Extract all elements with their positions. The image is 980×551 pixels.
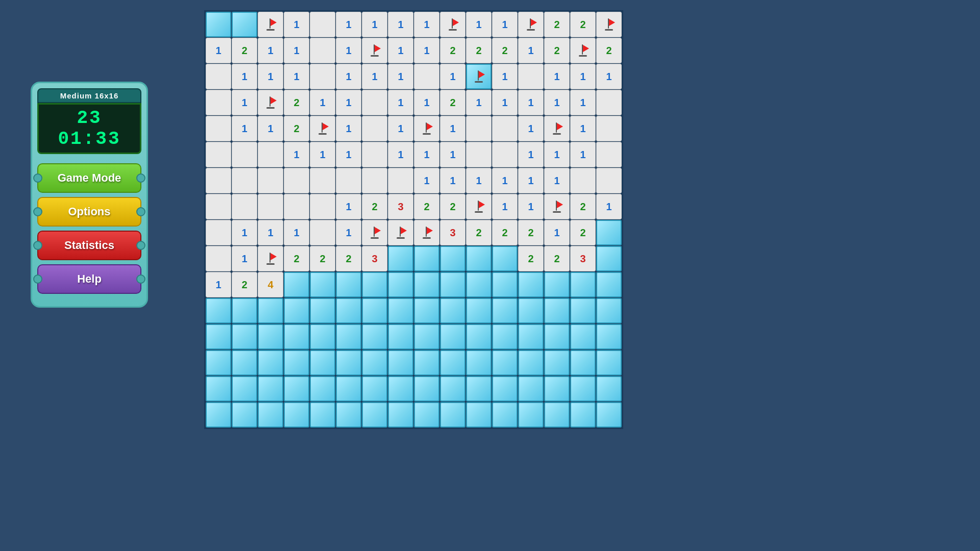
cell[interactable] xyxy=(544,402,570,428)
cell[interactable] xyxy=(232,142,257,167)
cell[interactable]: 1 xyxy=(414,168,439,193)
cell[interactable] xyxy=(206,376,231,402)
cell[interactable] xyxy=(258,402,283,428)
cell[interactable] xyxy=(336,168,361,193)
cell[interactable] xyxy=(284,194,309,219)
cell[interactable] xyxy=(596,116,622,141)
cell[interactable] xyxy=(518,64,544,89)
cell[interactable]: 1 xyxy=(596,194,622,219)
cell[interactable] xyxy=(544,298,570,323)
cell[interactable]: 2 xyxy=(232,272,257,297)
cell[interactable]: 1 xyxy=(232,220,257,245)
cell[interactable] xyxy=(258,246,283,271)
cell[interactable] xyxy=(492,376,518,402)
cell[interactable] xyxy=(596,324,622,349)
cell[interactable] xyxy=(258,168,283,193)
game-mode-button[interactable]: Game Mode xyxy=(37,163,141,193)
cell[interactable]: 1 xyxy=(492,194,518,219)
cell[interactable]: 2 xyxy=(518,220,544,245)
cell[interactable] xyxy=(284,350,309,375)
cell[interactable] xyxy=(570,324,596,349)
cell[interactable]: 2 xyxy=(544,12,570,37)
cell[interactable]: 1 xyxy=(518,194,544,219)
cell[interactable] xyxy=(388,272,413,297)
cell[interactable] xyxy=(544,116,570,141)
cell[interactable]: 1 xyxy=(414,90,439,115)
cell[interactable] xyxy=(258,298,283,323)
cell[interactable] xyxy=(518,350,544,375)
cell[interactable] xyxy=(570,402,596,428)
cell[interactable]: 1 xyxy=(232,116,257,141)
cell[interactable] xyxy=(440,298,465,323)
cell[interactable] xyxy=(362,142,387,167)
cell[interactable] xyxy=(466,142,492,167)
cell[interactable]: 1 xyxy=(258,64,283,89)
cell[interactable] xyxy=(596,246,622,271)
cell[interactable] xyxy=(440,402,465,428)
cell[interactable]: 1 xyxy=(284,220,309,245)
cell[interactable] xyxy=(440,246,465,271)
cell[interactable] xyxy=(206,168,231,193)
cell[interactable]: 1 xyxy=(284,38,309,63)
cell[interactable]: 1 xyxy=(284,64,309,89)
cell[interactable] xyxy=(414,116,439,141)
cell[interactable]: 1 xyxy=(466,90,492,115)
cell[interactable] xyxy=(570,168,596,193)
cell[interactable] xyxy=(570,350,596,375)
cell[interactable] xyxy=(388,324,413,349)
cell[interactable] xyxy=(414,402,439,428)
cell[interactable] xyxy=(206,298,231,323)
cell[interactable] xyxy=(596,90,622,115)
cell[interactable] xyxy=(596,12,622,37)
cell[interactable] xyxy=(362,350,387,375)
cell[interactable] xyxy=(466,246,492,271)
cell[interactable] xyxy=(414,272,439,297)
cell[interactable] xyxy=(518,402,544,428)
cell[interactable]: 2 xyxy=(492,38,518,63)
cell[interactable] xyxy=(492,402,518,428)
cell[interactable]: 3 xyxy=(362,246,387,271)
cell[interactable]: 1 xyxy=(362,64,387,89)
cell[interactable] xyxy=(466,116,492,141)
cell[interactable] xyxy=(492,272,518,297)
cell[interactable] xyxy=(284,324,309,349)
cell[interactable]: 1 xyxy=(492,64,518,89)
cell[interactable] xyxy=(258,194,283,219)
cell[interactable]: 1 xyxy=(492,168,518,193)
cell[interactable]: 2 xyxy=(570,194,596,219)
cell[interactable] xyxy=(544,324,570,349)
cell[interactable] xyxy=(544,376,570,402)
cell[interactable]: 1 xyxy=(258,220,283,245)
cell[interactable] xyxy=(466,64,492,89)
cell[interactable] xyxy=(362,376,387,402)
cell[interactable] xyxy=(232,12,257,37)
cell[interactable] xyxy=(258,350,283,375)
cell[interactable]: 2 xyxy=(232,38,257,63)
cell[interactable] xyxy=(492,142,518,167)
cell[interactable] xyxy=(232,402,257,428)
cell[interactable]: 1 xyxy=(336,12,361,37)
cell[interactable]: 4 xyxy=(258,272,283,297)
cell[interactable]: 1 xyxy=(414,142,439,167)
cell[interactable] xyxy=(310,168,335,193)
cell[interactable] xyxy=(206,402,231,428)
cell[interactable] xyxy=(310,272,335,297)
cell[interactable] xyxy=(414,220,439,245)
cell[interactable] xyxy=(466,324,492,349)
cell[interactable]: 1 xyxy=(518,90,544,115)
cell[interactable] xyxy=(414,350,439,375)
cell[interactable] xyxy=(362,38,387,63)
cell[interactable] xyxy=(310,64,335,89)
cell[interactable]: 1 xyxy=(206,38,231,63)
cell[interactable] xyxy=(336,376,361,402)
cell[interactable] xyxy=(284,298,309,323)
cell[interactable]: 2 xyxy=(336,246,361,271)
cell[interactable] xyxy=(596,298,622,323)
cell[interactable]: 1 xyxy=(544,142,570,167)
cell[interactable] xyxy=(362,168,387,193)
cell[interactable] xyxy=(466,402,492,428)
cell[interactable]: 3 xyxy=(388,194,413,219)
cell[interactable]: 1 xyxy=(414,38,439,63)
cell[interactable] xyxy=(414,324,439,349)
cell[interactable]: 1 xyxy=(544,64,570,89)
